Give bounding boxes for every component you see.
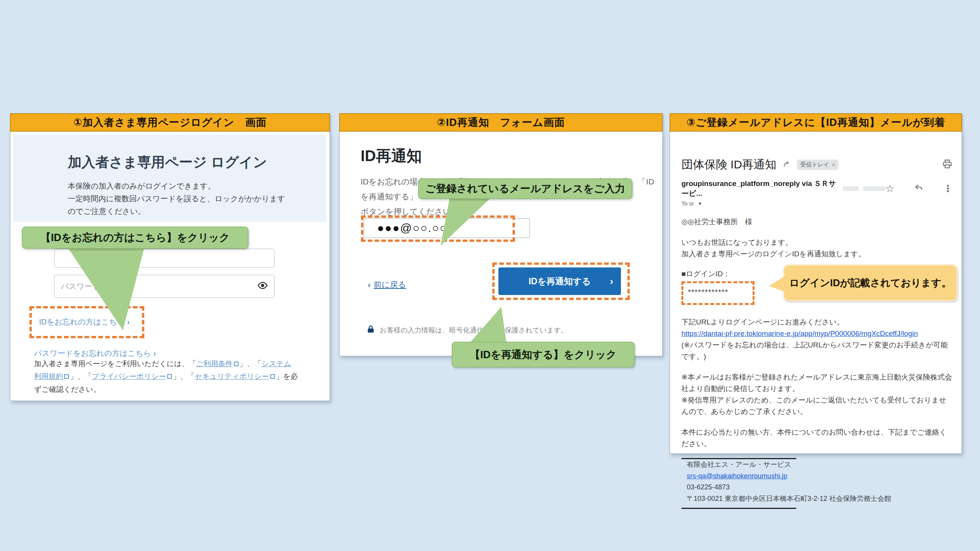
shortcut-arrow-icon[interactable] [782, 160, 791, 170]
lock-icon [366, 325, 375, 336]
login-notice-line1: 本保険の加入者のみがログインできます。 [68, 180, 290, 192]
mail-contact-note: 本件にお心当たりの無い方、本件についてのお問い合わせは、下記までご連絡ください。 [681, 427, 952, 450]
terms-link[interactable]: ご利用条件 [196, 360, 232, 368]
mail-to-row[interactable]: To sr ▾ [681, 200, 952, 207]
panel-mail: ③ご登録メールアドレスに【ID再通知】メールが到着 団体保険 ID再通知 受信ト… [670, 113, 962, 454]
step3-header: ③ご登録メールアドレスに【ID再通知】メールが到着 [670, 113, 962, 132]
mail-url-block: 下記URLよりログインページにお進みください。 https://dantai-p… [681, 316, 952, 362]
signature-block: 有限会社エス・アール・サービス srs-qa@shakaihokenroumus… [681, 459, 952, 505]
callout-enter-email: ご登録されているメールアドレスをご入力 [418, 178, 632, 199]
back-link-label: 前に戻る [374, 280, 406, 289]
signature-email-link[interactable]: srs-qa@shakaihokenroumushi.jp [687, 472, 787, 480]
mail-notes: ※本メールはお客様がご登録されたメールアドレスに東京海上日動火災保険株式会社より… [681, 372, 952, 417]
redacted-text [863, 186, 885, 191]
callout-click-resend: 【IDを再通知する】をクリック [452, 342, 635, 367]
callout-login-id: ログインIDが記載されております。 [783, 264, 957, 301]
mail-window: 団体保険 ID再通知 受信トレイ × groupinsurance_platfo… [670, 132, 962, 454]
footer-text: 」、「 [70, 372, 92, 380]
mail-intro: いつもお世話になっております。 加入者さま専用ページのログインIDを再通知致しま… [681, 237, 952, 260]
mail-intro-line2: 加入者さま専用ページのログインIDを再通知致します。 [681, 248, 952, 260]
inbox-label-badge[interactable]: 受信トレイ × [797, 160, 838, 170]
mail-subject: 団体保険 ID再通知 [681, 157, 776, 173]
mail-subject-row: 団体保険 ID再通知 受信トレイ × [681, 157, 952, 173]
highlight-email-input [361, 215, 515, 242]
reply-icon[interactable] [914, 183, 923, 194]
panel-id-form: ②ID再通知 フォーム画面 ID再通知 IDをお忘れの場合には、ご登録いただいて… [339, 113, 663, 356]
signature-address: 〒103-0021 東京都中央区日本橋本石町3-2-12 社会保険労務士会館 [687, 493, 952, 505]
mail-content: 団体保険 ID再通知 受信トレイ × groupinsurance_platfo… [670, 150, 962, 453]
signature-divider [681, 508, 796, 509]
external-link-icon [167, 374, 172, 379]
login-notice-line2: 一定時間内に複数回パスワードを誤ると、ロックがかかりますのでご注意ください。 [68, 192, 290, 218]
mail-note1: ※本メールはお客様がご登録されたメールアドレスに東京海上日動火災保険株式会社より… [681, 372, 952, 395]
form-title: ID再通知 [361, 145, 422, 166]
redacted-text [843, 186, 859, 191]
mail-sender-row: groupinsurance_platform_noreply via ＳＲサー… [681, 179, 952, 199]
star-icon[interactable]: ☆ [885, 183, 894, 195]
signature-phone: 03-6225-4873 [687, 482, 952, 493]
panel-login-screen: ①加入者さま専用ページログイン 画面 加入者さま専用ページ ログイン 本保険の加… [10, 113, 330, 401]
chevron-right-icon: › [154, 349, 156, 357]
chevron-left-icon: ‹ [368, 280, 371, 289]
step1-header: ①加入者さま専用ページログイン 画面 [10, 113, 330, 132]
inbox-label-text: 受信トレイ [800, 161, 829, 168]
password-input[interactable] [55, 275, 274, 297]
forgot-password-link-label: パスワードをお忘れの方はこちら [34, 349, 151, 357]
forgot-password-link[interactable]: パスワードをお忘れの方はこちら› [34, 348, 156, 359]
signature-company: 有限会社エス・アール・サービス [687, 459, 952, 471]
mail-greeting: ◎◎社労士事務所 様 [681, 216, 952, 228]
mail-sender: groupinsurance_platform_noreply via ＳＲサー… [681, 179, 838, 199]
login-notice-text: 本保険の加入者のみがログインできます。 一定時間内に複数回パスワードを誤ると、ロ… [68, 180, 290, 218]
external-link-icon [234, 362, 238, 366]
more-vert-icon[interactable]: ⋮ [943, 183, 952, 194]
url-note: (※パスワードをお忘れの場合は、上記URLからパスワード変更のお手続きが可能です… [681, 339, 952, 362]
login-footer-note: 加入者さま専用ページをご利用いただくには、「ご利用条件」、「システム利用規約」、… [34, 357, 298, 396]
instruction-sheet: ①加入者さま専用ページログイン 画面 加入者さま専用ページ ログイン 本保険の加… [0, 0, 980, 551]
login-url-link[interactable]: https://dantai-pf-pre.tokiomarine-e.jp/a… [681, 329, 918, 337]
back-link[interactable]: ‹前に戻る [368, 279, 406, 290]
id-form-body: ID再通知 IDをお忘れの場合には、ご登録いただいているメールアドレスを入力の上… [339, 132, 663, 356]
eye-icon[interactable] [257, 280, 268, 292]
privacy-policy-link[interactable]: プライバシーポリシー [92, 372, 166, 380]
step2-header: ②ID再通知 フォーム画面 [339, 113, 663, 132]
callout-login-id-text: ログインIDが記載されております。 [789, 275, 951, 291]
printer-icon[interactable] [942, 159, 952, 171]
mail-body: ◎◎社労士事務所 様 いつもお世話になっております。 加入者さま専用ページのログ… [681, 216, 952, 509]
security-policy-link[interactable]: セキュリティポリシー [195, 372, 269, 380]
url-intro: 下記URLよりログインページにお進みください。 [681, 316, 952, 328]
callout-click-forgot-id: 【IDをお忘れの方はこちら】をクリック [22, 227, 248, 249]
mail-note2: ※発信専用アドレスのため、このメールにご返信いただいても受付しておりませんので、… [681, 395, 952, 417]
close-icon[interactable]: × [832, 162, 835, 168]
footer-text: 」、「 [240, 360, 261, 368]
password-field[interactable] [54, 275, 274, 298]
secure-note-text: お客様の入力情報は、暗号化通信により保護されています。 [380, 326, 568, 335]
login-id-masked-value: ************ [681, 281, 755, 305]
login-page-title: 加入者さま専用ページ ログイン [68, 153, 267, 172]
mail-to: To sr [681, 200, 694, 207]
login-id-section: ■ログインID： ************ ログインIDが記載されております。 [681, 268, 952, 305]
highlight-resend-button [492, 262, 630, 300]
external-link-icon [270, 374, 275, 379]
external-link-icon [64, 374, 69, 379]
footer-text: 加入者さま専用ページをご利用いただくには、「 [34, 360, 196, 368]
footer-text: 」、「 [173, 372, 195, 380]
chevron-down-icon: ▾ [699, 200, 702, 207]
login-hero: 加入者さま専用ページ ログイン 本保険の加入者のみがログインできます。 一定時間… [13, 135, 327, 222]
mail-intro-line1: いつもお世話になっております。 [681, 237, 952, 248]
login-screen-body: 加入者さま専用ページ ログイン 本保険の加入者のみがログインできます。 一定時間… [10, 132, 330, 401]
